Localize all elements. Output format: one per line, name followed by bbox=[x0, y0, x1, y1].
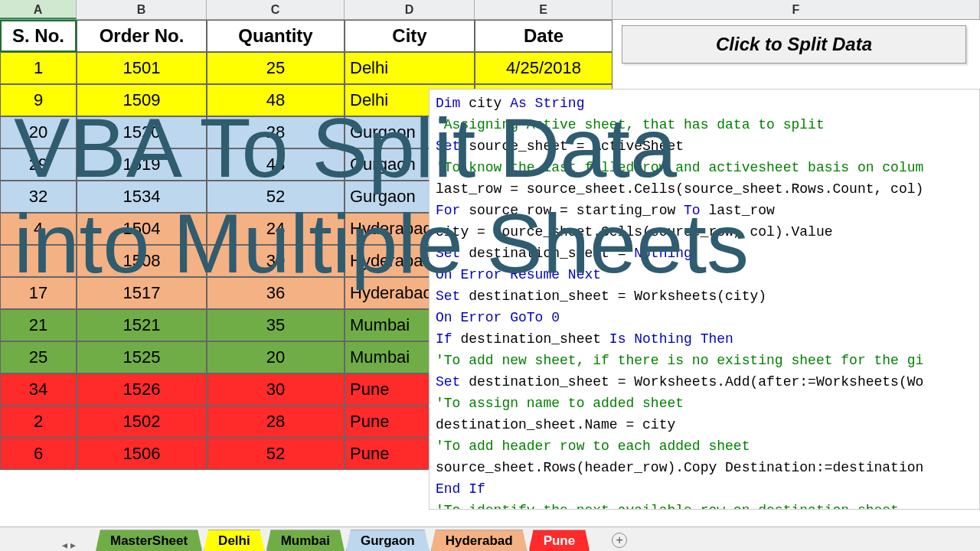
col-header-B[interactable]: B bbox=[77, 0, 207, 19]
cell[interactable]: 1525 bbox=[77, 341, 207, 373]
cell[interactable]: 30 bbox=[207, 373, 345, 406]
cell[interactable]: 21 bbox=[0, 309, 77, 341]
cell[interactable]: 1517 bbox=[77, 277, 207, 309]
header-orderno[interactable]: Order No. bbox=[77, 20, 207, 52]
cell[interactable]: 1502 bbox=[77, 406, 207, 438]
sheet-tab-mastersheet[interactable]: MasterSheet bbox=[96, 530, 202, 551]
cell[interactable]: 29 bbox=[0, 148, 77, 181]
cell[interactable]: 30 bbox=[207, 245, 345, 277]
cell[interactable]: 25 bbox=[0, 341, 77, 373]
header-city[interactable]: City bbox=[345, 20, 475, 52]
cell[interactable]: 28 bbox=[207, 116, 345, 148]
sheet-tab-pune[interactable]: Pune bbox=[529, 530, 590, 551]
cell[interactable]: 1520 bbox=[77, 116, 207, 148]
cell[interactable]: 4 bbox=[0, 213, 77, 245]
cell[interactable]: 34 bbox=[0, 373, 77, 406]
cell[interactable]: 1508 bbox=[77, 245, 207, 277]
cell[interactable]: 52 bbox=[207, 181, 345, 213]
cell[interactable]: 1526 bbox=[77, 373, 207, 406]
cell[interactable]: 1519 bbox=[77, 148, 207, 181]
cell[interactable]: 1504 bbox=[77, 213, 207, 245]
cell[interactable]: 17 bbox=[0, 277, 77, 309]
cell[interactable]: 1534 bbox=[77, 181, 207, 213]
split-data-button[interactable]: Click to Split Data bbox=[622, 25, 966, 64]
cell[interactable]: 6 bbox=[0, 438, 77, 470]
cell[interactable]: 20 bbox=[0, 116, 77, 148]
cell[interactable]: 9 bbox=[0, 84, 77, 116]
cell[interactable] bbox=[0, 245, 77, 277]
sheet-tabs-bar: ◂ ▸ MasterSheetDelhiMumbaiGurgaonHyderab… bbox=[0, 527, 980, 551]
cell[interactable]: 35 bbox=[207, 309, 345, 341]
cell[interactable]: 1501 bbox=[77, 52, 207, 84]
tab-nav-arrows[interactable]: ◂ ▸ bbox=[42, 539, 96, 551]
cell[interactable]: 36 bbox=[207, 277, 345, 309]
header-sno[interactable]: S. No. bbox=[0, 20, 77, 52]
sheet-tab-mumbai[interactable]: Mumbai bbox=[266, 530, 345, 551]
cell[interactable]: 2 bbox=[0, 406, 77, 438]
cell[interactable]: 20 bbox=[207, 341, 345, 373]
sheet-tab-gurgaon[interactable]: Gurgaon bbox=[346, 530, 430, 551]
cell[interactable]: 48 bbox=[207, 84, 345, 116]
plus-icon: + bbox=[612, 533, 627, 548]
cell[interactable]: 32 bbox=[0, 181, 77, 213]
cell[interactable]: 4/25/2018 bbox=[475, 52, 612, 84]
cell[interactable]: 1506 bbox=[77, 438, 207, 470]
cell[interactable]: 1521 bbox=[77, 309, 207, 341]
column-header-row: A B C D E F bbox=[0, 0, 980, 20]
cell[interactable]: 24 bbox=[207, 213, 345, 245]
col-header-A[interactable]: A bbox=[0, 0, 77, 19]
vba-code-panel: Dim city As String 'Assigning Active she… bbox=[429, 89, 980, 510]
cell[interactable]: 28 bbox=[207, 406, 345, 438]
col-header-F[interactable]: F bbox=[612, 0, 980, 19]
cell[interactable]: 25 bbox=[207, 52, 345, 84]
cell[interactable]: Delhi bbox=[345, 52, 475, 84]
sheet-tab-hyderabad[interactable]: Hyderabad bbox=[431, 530, 528, 551]
col-header-C[interactable]: C bbox=[207, 0, 345, 19]
cell[interactable]: 1509 bbox=[77, 84, 207, 116]
cell[interactable]: 52 bbox=[207, 438, 345, 470]
sheet-tab-delhi[interactable]: Delhi bbox=[204, 530, 265, 551]
col-header-D[interactable]: D bbox=[345, 0, 475, 19]
col-header-E[interactable]: E bbox=[475, 0, 612, 19]
cell[interactable]: 1 bbox=[0, 52, 77, 84]
header-quantity[interactable]: Quantity bbox=[207, 20, 345, 52]
add-sheet-button[interactable]: + bbox=[606, 530, 632, 551]
cell[interactable]: 48 bbox=[207, 148, 345, 181]
header-date[interactable]: Date bbox=[475, 20, 612, 52]
